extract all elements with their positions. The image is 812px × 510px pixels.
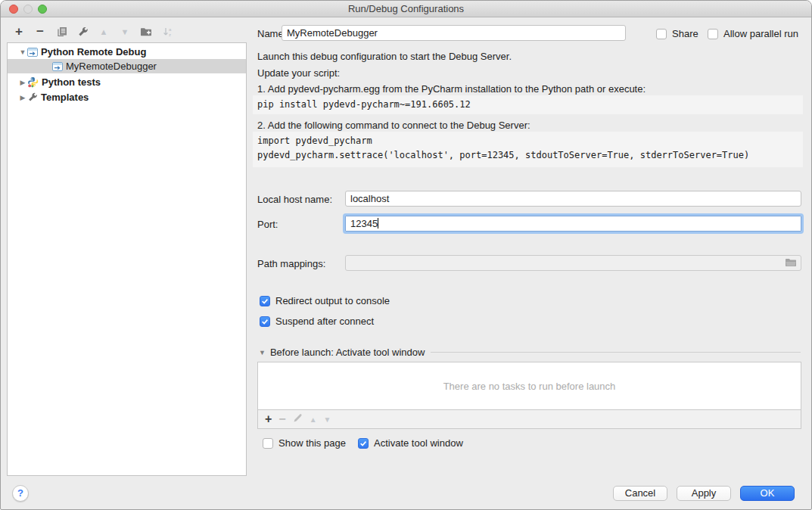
suspend-after-connect-checkbox-row[interactable]: Suspend after connect	[260, 316, 374, 327]
share-label: Share	[672, 28, 698, 39]
move-down-icon: ▼	[117, 24, 132, 39]
move-up-icon: ▲	[96, 24, 111, 39]
redirect-output-label: Redirect output to console	[275, 295, 390, 306]
svg-text:a: a	[169, 27, 172, 32]
checkmark-icon	[359, 440, 367, 447]
path-mappings-label: Path mappings:	[257, 258, 325, 269]
show-this-page-checkbox-row[interactable]: Show this page	[263, 437, 346, 449]
tree-item-python-remote-debug[interactable]: ▼ Python Remote Debug	[8, 45, 246, 59]
path-mappings-input[interactable]	[345, 255, 801, 271]
checkmark-icon	[261, 297, 269, 305]
step2-text: 2. Add the following command to connect …	[257, 120, 530, 131]
activate-tool-window-checkbox[interactable]	[358, 438, 369, 449]
local-host-name-input[interactable]	[345, 191, 801, 207]
port-label: Port:	[257, 219, 278, 230]
update-script-text: Update your script:	[257, 67, 340, 79]
configurations-toolbar: + − ▲ ▼ a z	[11, 24, 175, 39]
tree-item-label: Templates	[41, 92, 89, 103]
activate-tool-window-label: Activate tool window	[374, 437, 463, 449]
show-this-page-label: Show this page	[278, 437, 346, 449]
step1-text: 1. Add pydevd-pycharm.egg from the PyCha…	[257, 83, 646, 95]
share-checkbox-row[interactable]: Share	[656, 28, 698, 39]
window-title: Run/Debug Configurations	[1, 1, 811, 17]
intro-text: Launch this debug configuration to start…	[257, 51, 512, 62]
run-debug-configurations-dialog: Run/Debug Configurations + − ▲ ▼	[0, 0, 812, 510]
tree-item-label: MyRemoteDebugger	[66, 61, 157, 72]
chevron-right-icon[interactable]: ▶	[18, 79, 27, 86]
title-bar[interactable]: Run/Debug Configurations	[1, 1, 811, 17]
chevron-right-icon[interactable]: ▶	[18, 94, 27, 101]
code-line-settrace: pydevd_pycharm.settrace('localhost', por…	[257, 148, 798, 163]
tree-item-label: Python tests	[42, 76, 101, 88]
allow-parallel-run-label: Allow parallel run	[723, 28, 798, 39]
apply-button[interactable]: Apply	[677, 486, 731, 501]
configurations-tree: ▼ Python Remote Debug MyRemoteDebugger	[7, 42, 247, 476]
remove-configuration-button[interactable]: −	[33, 24, 48, 39]
cancel-button[interactable]: Cancel	[613, 486, 667, 501]
collapse-triangle-icon[interactable]: ▼	[259, 349, 266, 356]
tree-item-label: Python Remote Debug	[41, 46, 146, 58]
python-tests-icon	[27, 76, 39, 88]
remove-task-button: −	[278, 412, 285, 426]
help-button[interactable]: ?	[12, 485, 29, 502]
chevron-down-icon[interactable]: ▼	[18, 48, 27, 56]
new-folder-icon[interactable]	[138, 24, 154, 39]
browse-folder-icon[interactable]	[785, 257, 797, 270]
show-this-page-checkbox[interactable]	[263, 438, 273, 449]
port-value: 12345	[350, 218, 378, 229]
add-task-button[interactable]: +	[265, 412, 272, 426]
before-launch-task-list[interactable]: There are no tasks to run before launch	[257, 362, 801, 410]
ok-button[interactable]: OK	[740, 486, 795, 501]
empty-tasks-message: There are no tasks to run before launch	[443, 381, 616, 392]
allow-parallel-run-checkbox[interactable]	[708, 29, 718, 39]
before-launch-title: Before launch: Activate tool window	[270, 347, 425, 358]
pip-install-code[interactable]: pip install pydevd-pycharm~=191.6605.12	[253, 95, 803, 114]
share-checkbox[interactable]	[656, 29, 667, 39]
add-configuration-button[interactable]: +	[11, 24, 26, 39]
code-line-import: import pydevd_pycharm	[257, 134, 798, 148]
move-task-down-icon: ▼	[324, 415, 331, 424]
local-host-name-label: Local host name:	[257, 194, 332, 205]
zoom-window-button[interactable]	[38, 5, 47, 14]
activate-tool-window-checkbox-row[interactable]: Activate tool window	[358, 437, 463, 449]
settrace-code[interactable]: import pydevd_pycharm pydevd_pycharm.set…	[253, 132, 803, 167]
redirect-output-checkbox-row[interactable]: Redirect output to console	[260, 295, 390, 306]
question-mark-icon: ?	[17, 487, 23, 499]
tree-item-templates[interactable]: ▶ Templates	[8, 90, 246, 104]
before-launch-header[interactable]: ▼ Before launch: Activate tool window	[259, 347, 801, 358]
tree-item-python-tests[interactable]: ▶ Python tests	[8, 75, 246, 89]
edit-templates-icon[interactable]	[75, 24, 90, 39]
templates-wrench-icon	[27, 92, 38, 103]
remote-debug-config-icon	[52, 62, 63, 71]
tree-item-myremotedebugger[interactable]: MyRemoteDebugger	[8, 59, 246, 73]
text-caret	[378, 218, 378, 229]
allow-parallel-run-checkbox-row[interactable]: Allow parallel run	[708, 28, 798, 39]
suspend-after-connect-checkbox[interactable]	[260, 316, 270, 327]
task-toolbar: + − ▲ ▼	[257, 410, 801, 429]
svg-text:z: z	[169, 33, 171, 37]
suspend-after-connect-label: Suspend after connect	[275, 316, 374, 327]
port-input-focus-ring: 12345	[343, 213, 804, 234]
move-task-up-icon: ▲	[310, 415, 317, 424]
minimize-window-button	[23, 5, 33, 14]
name-input[interactable]	[282, 25, 626, 41]
sort-configurations-icon: a z	[160, 24, 175, 39]
checkmark-icon	[261, 318, 269, 325]
copy-configuration-icon[interactable]	[54, 24, 69, 39]
redirect-output-checkbox[interactable]	[260, 296, 270, 306]
remote-debug-config-icon	[27, 48, 38, 57]
edit-task-icon	[293, 413, 303, 425]
port-input[interactable]: 12345	[345, 216, 801, 232]
header-divider	[431, 352, 801, 353]
close-window-button[interactable]	[9, 5, 18, 14]
